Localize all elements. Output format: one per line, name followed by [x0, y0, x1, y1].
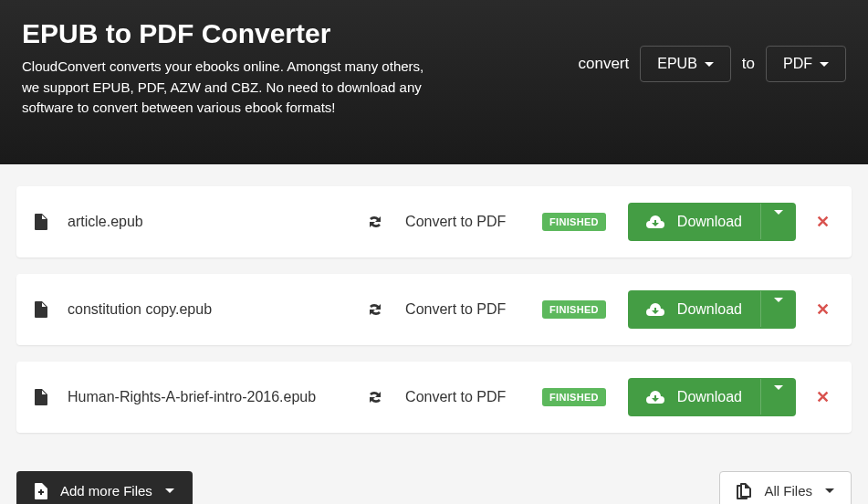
- convert-action: Convert to PDF: [405, 214, 542, 230]
- download-button[interactable]: Download: [628, 203, 796, 241]
- file-name: Human-Rights-A-brief-intro-2016.epub: [68, 389, 367, 405]
- all-files-button[interactable]: All Files: [719, 471, 852, 505]
- files-icon: [737, 483, 751, 499]
- file-icon: [35, 214, 47, 230]
- file-row: constitution copy.epub Convert to PDF FI…: [16, 274, 852, 345]
- caret-down-icon: [825, 488, 834, 493]
- download-button[interactable]: Download: [628, 378, 796, 416]
- download-options[interactable]: [760, 379, 796, 415]
- to-format-button[interactable]: PDF: [766, 46, 846, 82]
- header-left: EPUB to PDF Converter CloudConvert conve…: [22, 18, 433, 119]
- cloud-download-icon: [646, 303, 664, 316]
- download-main: Download: [628, 290, 760, 329]
- to-label: to: [742, 55, 755, 73]
- all-files-label: All Files: [764, 483, 812, 499]
- refresh-icon[interactable]: [367, 390, 383, 404]
- add-more-label: Add more Files: [60, 483, 152, 499]
- caret-down-icon: [774, 210, 783, 228]
- download-button[interactable]: Download: [628, 290, 796, 329]
- file-list: article.epub Convert to PDF FINISHED Dow…: [0, 164, 868, 471]
- status-badge: FINISHED: [542, 388, 606, 406]
- remove-file-button[interactable]: ✕: [812, 299, 833, 320]
- cloud-download-icon: [646, 391, 664, 404]
- convert-action: Convert to PDF: [405, 301, 542, 318]
- file-row: Human-Rights-A-brief-intro-2016.epub Con…: [16, 362, 852, 433]
- convert-action: Convert to PDF: [405, 389, 542, 405]
- download-label: Download: [677, 389, 742, 405]
- caret-down-icon: [774, 298, 783, 316]
- download-label: Download: [677, 301, 742, 318]
- remove-file-button[interactable]: ✕: [812, 212, 833, 232]
- from-format-text: EPUB: [657, 56, 697, 72]
- to-format-text: PDF: [783, 56, 812, 72]
- file-name: constitution copy.epub: [68, 301, 367, 318]
- download-options[interactable]: [760, 204, 796, 239]
- file-plus-icon: [35, 483, 47, 499]
- format-selector: convert EPUB to PDF: [578, 46, 846, 82]
- refresh-icon[interactable]: [367, 215, 383, 229]
- file-name: article.epub: [68, 214, 367, 230]
- cloud-download-icon: [646, 215, 664, 228]
- caret-down-icon: [165, 488, 174, 493]
- file-icon: [35, 301, 47, 318]
- caret-down-icon: [705, 62, 714, 67]
- from-format-button[interactable]: EPUB: [640, 46, 731, 82]
- header: EPUB to PDF Converter CloudConvert conve…: [0, 0, 868, 164]
- bottom-bar: Add more Files All Files: [0, 471, 868, 505]
- convert-label: convert: [578, 55, 629, 73]
- download-options[interactable]: [760, 291, 796, 327]
- refresh-icon[interactable]: [367, 302, 383, 317]
- download-main: Download: [628, 203, 760, 241]
- caret-down-icon: [820, 62, 829, 67]
- download-label: Download: [677, 214, 742, 230]
- page-description: CloudConvert converts your ebooks online…: [22, 57, 433, 119]
- status-badge: FINISHED: [542, 213, 606, 231]
- remove-file-button[interactable]: ✕: [812, 387, 833, 407]
- status-badge: FINISHED: [542, 300, 606, 319]
- caret-down-icon: [774, 385, 783, 404]
- download-main: Download: [628, 378, 760, 416]
- add-more-files-button[interactable]: Add more Files: [16, 471, 193, 505]
- file-row: article.epub Convert to PDF FINISHED Dow…: [16, 186, 852, 257]
- file-icon: [35, 389, 47, 405]
- page-title: EPUB to PDF Converter: [22, 18, 433, 49]
